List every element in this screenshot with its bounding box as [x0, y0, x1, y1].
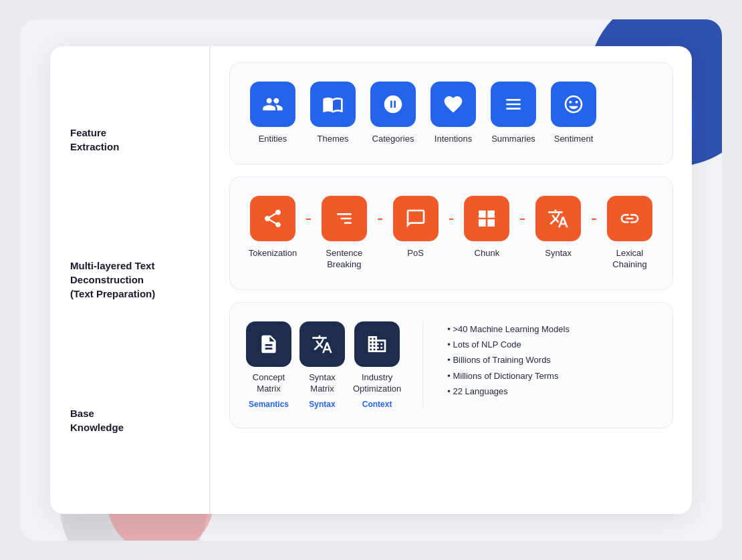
- summaries-icon-box: [491, 82, 536, 127]
- feature-extraction-row: Entities Themes: [246, 82, 656, 145]
- sidebar-section-text-preparation: Multi-layered TextDeconstruction(Text Pr…: [70, 259, 196, 301]
- concept-matrix-label: ConceptMatrix: [253, 372, 285, 395]
- intentions-icon: [443, 94, 464, 115]
- lexical-chaining-icon: [619, 208, 640, 229]
- categories-label: Categories: [372, 134, 414, 145]
- themes-label: Themes: [318, 134, 349, 145]
- concept-matrix-icon: [258, 333, 279, 355]
- bk-list-item-3: Billions of Training Words: [447, 352, 570, 368]
- connector-line-5: [592, 219, 596, 220]
- industry-optimization-icon: [366, 333, 388, 355]
- bk-list-item-1: >40 Machine Learning Models: [447, 321, 570, 337]
- feature-item-intentions: Intentions: [426, 82, 480, 145]
- sentiment-icon: [563, 94, 584, 115]
- summaries-label: Summaries: [491, 134, 535, 145]
- feature-item-chunk: Chunk: [460, 196, 513, 259]
- lexical-chaining-label: LexicalChaining: [612, 248, 646, 271]
- feature-item-lexical-chaining: LexicalChaining: [603, 196, 656, 271]
- connector-line-4: [520, 219, 525, 220]
- sidebar-label-feature-extraction: FeatureExtraction: [70, 126, 119, 154]
- industry-optimization-label: IndustryOptimization: [353, 372, 401, 395]
- bk-divider: [422, 321, 423, 410]
- syntax-icon-box: [535, 196, 581, 241]
- sidebar: FeatureExtraction Multi-layered TextDeco…: [50, 46, 211, 514]
- lexical-chaining-icon-box: [607, 196, 652, 241]
- bk-list-item-5: 22 Languages: [447, 384, 570, 399]
- feature-extraction-panel: Entities Themes: [229, 62, 673, 164]
- text-preparation-row: Tokenization SentenceBreaking: [246, 196, 656, 271]
- pos-label: PoS: [407, 248, 424, 259]
- sentence-breaking-icon-box: [322, 196, 367, 241]
- bk-item-concept-matrix: ConceptMatrix Semantics: [246, 321, 291, 410]
- connector-line-3: [449, 219, 454, 220]
- outer-container: FeatureExtraction Multi-layered TextDeco…: [20, 19, 722, 541]
- sidebar-label-base-knowledge: BaseKnowledge: [70, 406, 124, 434]
- industry-optimization-icon-box: [354, 321, 400, 367]
- feature-item-pos: PoS: [389, 196, 443, 259]
- syntax-icon: [547, 208, 569, 229]
- connector-line-1: [306, 219, 311, 220]
- categories-icon-box: [370, 82, 416, 127]
- themes-icon: [322, 94, 344, 115]
- feature-item-categories: Categories: [366, 82, 420, 145]
- content-area: Entities Themes: [211, 46, 692, 514]
- bk-list: >40 Machine Learning Models Lots of NLP …: [445, 321, 570, 400]
- syntax-label: Syntax: [545, 248, 572, 259]
- sidebar-label-text-preparation: Multi-layered TextDeconstruction(Text Pr…: [70, 259, 155, 301]
- summaries-icon: [503, 94, 524, 115]
- intentions-label: Intentions: [435, 134, 472, 145]
- bk-item-syntax-matrix: SyntaxMatrix Syntax: [299, 321, 345, 410]
- concept-matrix-tag: Semantics: [249, 400, 289, 409]
- concept-matrix-icon-box: [246, 321, 291, 367]
- tokenization-label: Tokenization: [249, 248, 297, 259]
- pos-icon: [405, 208, 426, 229]
- themes-icon-box: [310, 82, 356, 127]
- syntax-matrix-icon: [312, 333, 333, 355]
- chunk-icon: [476, 208, 497, 229]
- connector-line-2: [378, 219, 382, 220]
- chunk-icon-box: [464, 196, 509, 241]
- chunk-label: Chunk: [475, 248, 500, 259]
- base-knowledge-content: ConceptMatrix Semantics SyntaxMatrix: [246, 321, 656, 410]
- feature-item-themes: Themes: [306, 82, 360, 145]
- sentence-breaking-icon: [334, 208, 355, 229]
- feature-item-entities: Entities: [246, 82, 299, 145]
- feature-item-syntax: Syntax: [531, 196, 585, 259]
- sentence-breaking-label: SentenceBreaking: [326, 248, 362, 271]
- bk-list-item-2: Lots of NLP Code: [447, 337, 570, 352]
- bk-list-item-4: Millions of Dictionary Terms: [447, 368, 570, 384]
- feature-item-sentence-breaking: SentenceBreaking: [318, 196, 371, 271]
- pos-icon-box: [393, 196, 439, 241]
- base-knowledge-panel: ConceptMatrix Semantics SyntaxMatrix: [229, 302, 673, 429]
- main-card: FeatureExtraction Multi-layered TextDeco…: [50, 46, 692, 514]
- feature-item-tokenization: Tokenization: [246, 196, 299, 259]
- syntax-matrix-tag: Syntax: [309, 400, 335, 409]
- sidebar-section-base-knowledge: BaseKnowledge: [70, 406, 196, 434]
- bk-icons-group: ConceptMatrix Semantics SyntaxMatrix: [246, 321, 401, 410]
- sentiment-icon-box: [551, 82, 596, 127]
- feature-item-summaries: Summaries: [487, 82, 540, 145]
- bk-item-industry-optimization: IndustryOptimization Context: [353, 321, 401, 410]
- sentiment-label: Sentiment: [554, 134, 594, 145]
- entities-icon: [262, 94, 283, 115]
- entities-icon-box: [250, 82, 295, 127]
- intentions-icon-box: [430, 82, 476, 127]
- syntax-matrix-label: SyntaxMatrix: [309, 372, 336, 395]
- entities-label: Entities: [259, 134, 287, 145]
- tokenization-icon-box: [250, 196, 295, 241]
- text-preparation-panel: Tokenization SentenceBreaking: [229, 176, 673, 290]
- tokenization-icon: [262, 208, 283, 229]
- syntax-matrix-icon-box: [299, 321, 345, 367]
- feature-item-sentiment: Sentiment: [547, 82, 600, 145]
- industry-optimization-tag: Context: [362, 400, 392, 409]
- sidebar-section-feature-extraction: FeatureExtraction: [70, 126, 196, 154]
- categories-icon: [382, 94, 404, 115]
